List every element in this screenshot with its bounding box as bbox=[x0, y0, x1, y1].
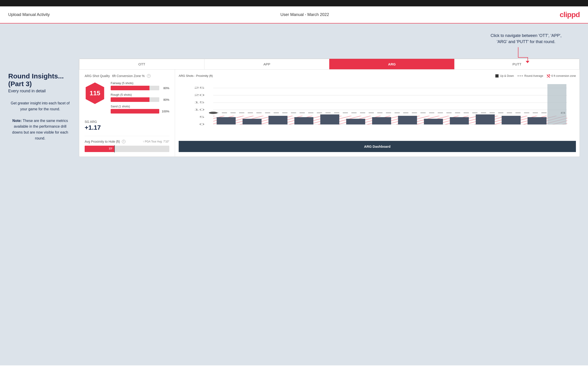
content-layout: Round Insights... (Part 3) Every round i… bbox=[8, 58, 580, 157]
pga-label: ↑ PGA Tour Avg: 7'10" bbox=[143, 140, 169, 143]
bar-track-rough bbox=[111, 97, 159, 102]
hex-badge: 115 bbox=[85, 81, 105, 105]
svg-text:0: 0 bbox=[199, 123, 204, 125]
note-label: Note: bbox=[12, 119, 22, 123]
shot-label-fairway: Fairway (5 shots) bbox=[111, 81, 169, 85]
proximity-help-icon[interactable]: ? bbox=[122, 140, 125, 143]
legend-dashed-icon bbox=[518, 76, 523, 76]
legend-up-down: Up & Down bbox=[495, 74, 514, 77]
arg-dashboard-button[interactable]: ARG Dashboard bbox=[179, 141, 576, 152]
main-card: OTT APP ARG PUTT ARG Shot Quality 6ft Co… bbox=[79, 58, 580, 157]
section-header-row: ARG Shot Quality 6ft Conversion Zone % ? bbox=[85, 74, 169, 78]
shot-label-rough: Rough (5 shots) bbox=[111, 93, 169, 96]
sg-label: SG ARG bbox=[85, 120, 169, 124]
header: Upload Manual Activity User Manual - Mar… bbox=[0, 6, 588, 24]
svg-rect-26 bbox=[424, 119, 443, 125]
sg-value: +1.17 bbox=[85, 124, 169, 131]
upload-manual-activity-link[interactable]: Upload Manual Activity bbox=[8, 12, 50, 17]
legend-up-down-label: Up & Down bbox=[500, 74, 514, 77]
svg-rect-29 bbox=[502, 116, 521, 125]
sidebar-instruction: Get greater insight into each facet of y… bbox=[8, 100, 72, 141]
legend-round-avg-label: Round Average bbox=[524, 74, 543, 77]
svg-text:25: 25 bbox=[194, 86, 204, 89]
main-content: Click to navigate between 'OTT', 'APP','… bbox=[0, 24, 588, 365]
bar-pct-fairway: 80% bbox=[161, 86, 169, 90]
proximity-cursor bbox=[114, 145, 115, 152]
bar-track-sand bbox=[111, 109, 159, 114]
left-sidebar: Round Insights... (Part 3) Every round i… bbox=[8, 58, 72, 141]
document-title: User Manual - March 2022 bbox=[280, 12, 329, 17]
bar-pct-sand: 100% bbox=[161, 110, 169, 113]
legend: Up & Down Round Average 6 ft conversion … bbox=[495, 74, 576, 77]
proximity-track: 77' bbox=[85, 146, 169, 152]
page-title: Round Insights... (Part 3) bbox=[8, 72, 72, 88]
svg-rect-18 bbox=[217, 117, 236, 125]
proximity-label: Avg Proximity to Hole (ft) bbox=[85, 140, 120, 143]
shot-row-sand: Sand (1 shots) 100% bbox=[111, 105, 169, 114]
svg-rect-27 bbox=[450, 117, 469, 125]
bar-fill-fairway bbox=[111, 86, 149, 90]
svg-text:5: 5 bbox=[199, 116, 204, 118]
left-panel: ARG Shot Quality 6ft Conversion Zone % ?… bbox=[79, 69, 175, 157]
svg-rect-25 bbox=[398, 116, 417, 125]
shot-bars: Fairway (5 shots) 80% Rough bbox=[111, 81, 169, 116]
bar-pct-rough: 80% bbox=[161, 98, 169, 101]
shot-row-fairway: Fairway (5 shots) 80% bbox=[111, 81, 169, 90]
hex-container: 115 Fairway (5 shots) 80% bbox=[85, 81, 169, 116]
legend-conversion-label: 6 ft conversion zone bbox=[552, 74, 576, 77]
hex-number: 115 bbox=[90, 90, 100, 97]
top-bar bbox=[0, 0, 588, 6]
chart-area: 0 5 10 15 20 25 bbox=[179, 81, 576, 139]
bar-fill-rough bbox=[111, 97, 149, 102]
legend-hatched-icon bbox=[547, 74, 550, 77]
legend-round-avg: Round Average bbox=[518, 74, 543, 77]
annotation-text: Click to navigate between 'OTT', 'APP','… bbox=[491, 33, 562, 45]
svg-point-16 bbox=[209, 112, 217, 114]
shot-quality-label: ARG Shot Quality bbox=[85, 74, 110, 78]
svg-rect-28 bbox=[476, 114, 495, 125]
bar-track-fairway bbox=[111, 86, 159, 90]
svg-text:20: 20 bbox=[194, 94, 204, 96]
right-panel: ARG Shots - Proximity (ft) Up & Down Rou… bbox=[175, 69, 579, 157]
proximity-bar-container: 77' bbox=[85, 146, 169, 152]
conversion-zone-label: 6ft Conversion Zone % bbox=[112, 74, 145, 78]
bar-fill-sand bbox=[111, 109, 159, 114]
svg-rect-19 bbox=[242, 119, 261, 125]
svg-rect-21 bbox=[294, 117, 313, 125]
svg-rect-23 bbox=[346, 119, 365, 125]
sg-arg-section: SG ARG +1.17 bbox=[85, 120, 169, 131]
svg-rect-20 bbox=[268, 116, 287, 125]
footer: Copyright Clippd 2021 bbox=[0, 365, 588, 367]
svg-text:10: 10 bbox=[194, 108, 204, 111]
proximity-fill: 77' bbox=[85, 146, 114, 152]
proximity-section: Avg Proximity to Hole (ft) ? ↑ PGA Tour … bbox=[85, 136, 169, 152]
svg-text:15: 15 bbox=[194, 101, 204, 104]
svg-rect-30 bbox=[527, 117, 546, 125]
shot-row-rough: Rough (5 shots) 80% bbox=[111, 93, 169, 102]
svg-rect-22 bbox=[320, 114, 339, 125]
svg-rect-31 bbox=[547, 84, 566, 125]
proximity-chart: 0 5 10 15 20 25 bbox=[179, 81, 576, 131]
proximity-header: Avg Proximity to Hole (ft) ? ↑ PGA Tour … bbox=[85, 140, 169, 143]
clippd-logo: clippd bbox=[560, 10, 580, 19]
help-icon[interactable]: ? bbox=[147, 74, 151, 78]
chart-title: ARG Shots - Proximity (ft) bbox=[179, 74, 213, 77]
right-header: ARG Shots - Proximity (ft) Up & Down Rou… bbox=[179, 74, 576, 77]
svg-rect-24 bbox=[372, 117, 391, 125]
proximity-value: 77' bbox=[109, 147, 112, 150]
legend-solid-icon bbox=[495, 74, 499, 77]
legend-conversion-zone: 6 ft conversion zone bbox=[547, 74, 576, 77]
shot-label-sand: Sand (1 shots) bbox=[111, 105, 169, 108]
page-subtitle: Every round in detail bbox=[8, 89, 72, 93]
card-body: ARG Shot Quality 6ft Conversion Zone % ?… bbox=[79, 69, 579, 157]
